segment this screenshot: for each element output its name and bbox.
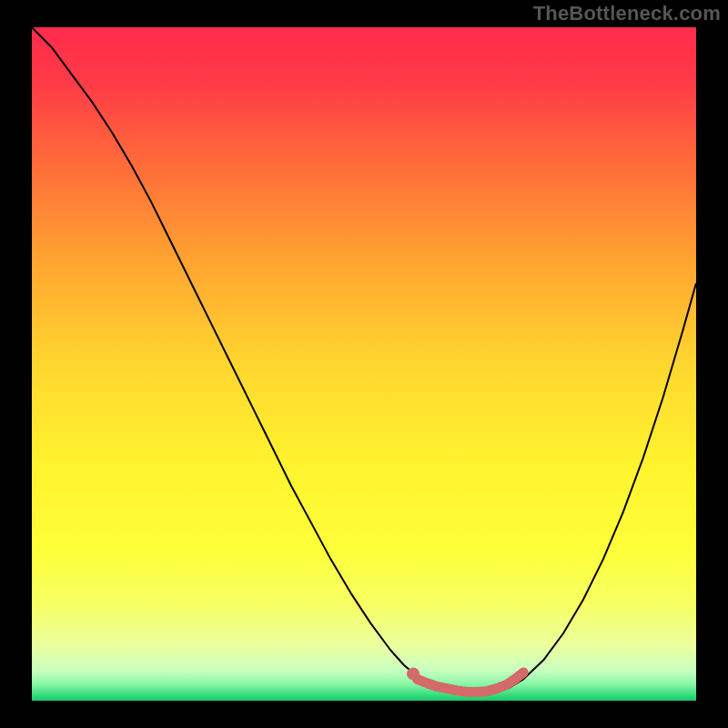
gradient-background [32, 27, 696, 701]
chart-container: TheBottleneck.com [0, 0, 728, 728]
chart-svg [32, 27, 696, 701]
current-point [407, 667, 420, 680]
watermark-text: TheBottleneck.com [533, 2, 721, 25]
plot-area [32, 27, 696, 701]
